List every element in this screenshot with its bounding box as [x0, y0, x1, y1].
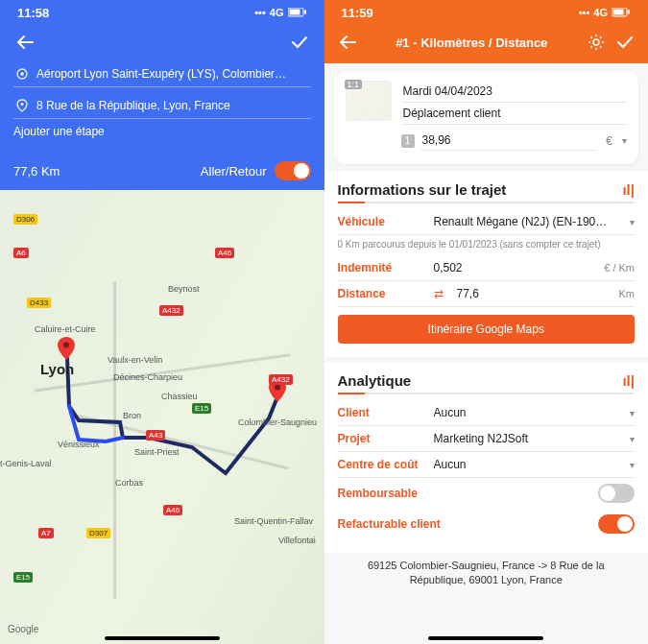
add-step-button[interactable]: Ajouter une étape — [13, 125, 311, 138]
reimbursable-toggle[interactable] — [598, 484, 635, 503]
svg-point-11 — [593, 39, 599, 45]
svg-rect-2 — [304, 11, 306, 14]
svg-rect-10 — [628, 11, 630, 14]
map-city-lyon: Lyon — [40, 361, 74, 377]
status-time: 11:58 — [17, 6, 49, 20]
detail-header: #1 - Kilomètres / Distance — [324, 25, 649, 63]
expense-date-field[interactable]: Mardi 04/04/2023 — [401, 81, 628, 103]
phone-map-route: 11:58 •••4G Aéroport Lyon Saint-Exupéry … — [0, 0, 324, 644]
map-pin-origin — [58, 337, 75, 360]
analytics-title: Analytique — [338, 372, 412, 389]
distance-bar: 77,6 Km Aller/Retour — [0, 152, 324, 190]
pin-icon — [15, 99, 29, 112]
back-button[interactable] — [13, 31, 36, 54]
currency-label: € — [602, 134, 616, 148]
chevron-down-icon: ▾ — [630, 434, 635, 444]
billable-toggle[interactable] — [598, 514, 635, 534]
home-indicator[interactable] — [428, 636, 543, 640]
google-maps-button[interactable]: Itinéraire Google Maps — [338, 315, 636, 344]
gear-icon — [588, 34, 605, 51]
expense-category-field[interactable]: Déplacement client — [401, 103, 628, 125]
indemnite-row: Indemnité 0,502 € / Km — [338, 255, 636, 281]
receipt-thumbnail[interactable]: 1:1 — [346, 81, 392, 121]
svg-rect-9 — [613, 10, 624, 15]
trip-info-section: Informations sur le trajet ıl| Véhicule … — [324, 172, 649, 357]
billable-row: Refacturable client — [338, 509, 636, 539]
settings-button[interactable] — [587, 33, 606, 52]
svg-point-5 — [21, 103, 24, 106]
bars-icon: ıl| — [622, 372, 635, 389]
back-button[interactable] — [338, 33, 357, 52]
route-icon: ⇄ — [434, 287, 444, 300]
amount-input[interactable]: 38,96 — [420, 131, 597, 151]
arrow-left-icon — [339, 36, 356, 49]
currency-dropdown[interactable]: ▾ — [622, 135, 627, 146]
svg-point-6 — [63, 343, 69, 348]
map-view[interactable]: Lyon Caluire-et-Cuire Vaulx-en-Velin Déc… — [0, 190, 324, 644]
origin-text: Aéroport Lyon Saint-Exupéry (LYS), Colom… — [36, 67, 286, 81]
battery-icon — [288, 8, 307, 17]
svg-point-7 — [275, 385, 280, 391]
step-badge: 1 — [401, 134, 415, 148]
route-header: Aéroport Lyon Saint-Exupéry (LYS), Colom… — [0, 25, 324, 152]
status-bar: 11:58 •••4G — [0, 0, 324, 25]
client-row[interactable]: Client Aucun ▾ — [338, 400, 636, 426]
trip-info-title: Informations sur le trajet — [338, 181, 507, 198]
project-row[interactable]: Projet Marketing N2JSoft ▾ — [338, 426, 636, 452]
total-distance: 77,6 Km — [13, 164, 60, 179]
destination-text: 8 Rue de la République, Lyon, France — [36, 99, 230, 112]
phone-expense-detail: 11:59 •••4G #1 - Kilomètres / Distance 1… — [324, 0, 649, 644]
km-note: 0 Km parcourus depuis le 01/01/2023 (san… — [338, 235, 636, 255]
roundtrip-toggle[interactable] — [275, 161, 311, 180]
status-bar: 11:59 •••4G — [324, 0, 649, 25]
status-signal: •••4G — [579, 7, 631, 18]
svg-point-4 — [20, 72, 24, 76]
confirm-button[interactable] — [615, 33, 635, 52]
map-attribution: Google — [8, 624, 38, 634]
check-icon — [616, 36, 634, 49]
destination-field[interactable]: 8 Rue de la République, Lyon, France — [13, 93, 311, 119]
chevron-down-icon: ▾ — [630, 460, 635, 470]
target-icon — [15, 67, 29, 81]
route-polyline — [0, 190, 324, 632]
thumb-ratio-badge: 1:1 — [345, 80, 363, 89]
reimbursable-row: Remboursable — [338, 478, 636, 509]
svg-rect-1 — [289, 10, 300, 15]
check-icon — [291, 36, 308, 49]
status-time: 11:59 — [342, 6, 373, 20]
origin-field[interactable]: Aéroport Lyon Saint-Exupéry (LYS), Colom… — [13, 61, 311, 87]
battery-icon — [612, 8, 631, 17]
bars-icon: ıl| — [622, 181, 635, 198]
vehicle-row[interactable]: Véhicule Renault Mégane (N2J) (EN-190… ▾ — [338, 209, 636, 235]
cost-center-row[interactable]: Centre de coût Aucun ▾ — [338, 452, 636, 478]
home-indicator[interactable] — [105, 636, 220, 640]
roundtrip-label: Aller/Retour — [201, 164, 267, 179]
chevron-down-icon: ▾ — [630, 217, 635, 227]
expense-card: 1:1 Mardi 04/04/2023 Déplacement client … — [334, 71, 639, 164]
status-signal: •••4G — [254, 7, 306, 18]
distance-row: Distance ⇄ 77,6 Km — [338, 281, 636, 307]
arrow-left-icon — [16, 36, 34, 49]
confirm-button[interactable] — [288, 31, 311, 54]
chevron-down-icon: ▾ — [630, 408, 635, 418]
page-title: #1 - Kilomètres / Distance — [367, 36, 578, 50]
route-description: 69125 Colombier-Saugnieu, France -> 8 Ru… — [324, 553, 649, 601]
analytics-section: Analytique ıl| Client Aucun ▾ Projet Mar… — [324, 363, 649, 553]
